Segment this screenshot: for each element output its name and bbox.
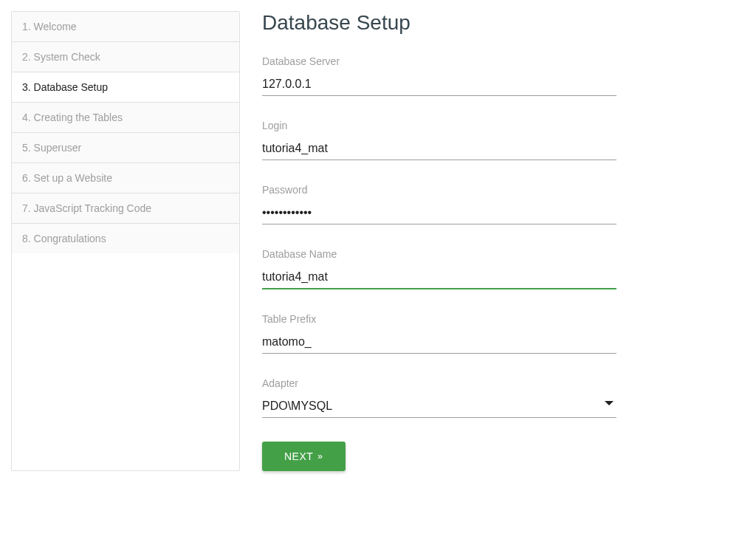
field-db-server: Database Server (262, 55, 616, 96)
label-login: Login (262, 120, 616, 131)
sidebar-item-database-setup[interactable]: 3. Database Setup (12, 72, 239, 103)
label-table-prefix: Table Prefix (262, 313, 616, 325)
sidebar-item-superuser[interactable]: 5. Superuser (12, 133, 239, 163)
next-button-label: NEXT (284, 450, 313, 462)
input-db-name[interactable] (262, 266, 616, 289)
label-adapter: Adapter (262, 377, 616, 389)
select-adapter[interactable]: PDO\MYSQL (262, 395, 616, 418)
sidebar-item-congratulations[interactable]: 8. Congratulations (12, 224, 239, 253)
label-password: Password (262, 184, 616, 196)
next-button[interactable]: NEXT » (262, 442, 346, 471)
chevron-down-icon (605, 401, 614, 405)
sidebar-item-setup-website[interactable]: 6. Set up a Website (12, 163, 239, 193)
main-content: Database Setup Database Server Login Pas… (262, 11, 616, 471)
field-table-prefix: Table Prefix (262, 313, 616, 354)
setup-steps-sidebar: 1. Welcome 2. System Check 3. Database S… (11, 11, 240, 471)
sidebar-item-label: 7. JavaScript Tracking Code (22, 202, 151, 214)
field-login: Login (262, 120, 616, 160)
arrow-right-icon: » (317, 451, 323, 462)
sidebar-item-label: 1. Welcome (22, 21, 77, 32)
input-password[interactable] (262, 202, 616, 224)
field-adapter: Adapter PDO\MYSQL (262, 377, 616, 418)
field-db-name: Database Name (262, 248, 616, 289)
input-table-prefix[interactable] (262, 331, 616, 354)
sidebar-item-label: 2. System Check (22, 51, 100, 63)
label-db-server: Database Server (262, 55, 616, 67)
label-db-name: Database Name (262, 248, 616, 260)
sidebar-item-label: 3. Database Setup (22, 81, 108, 93)
input-db-server[interactable] (262, 73, 616, 96)
select-adapter-value: PDO\MYSQL (262, 395, 616, 418)
sidebar-item-label: 6. Set up a Website (22, 172, 112, 184)
sidebar-item-welcome[interactable]: 1. Welcome (12, 12, 239, 42)
sidebar-item-system-check[interactable]: 2. System Check (12, 42, 239, 72)
sidebar-item-label: 5. Superuser (22, 142, 81, 154)
sidebar-item-creating-tables[interactable]: 4. Creating the Tables (12, 103, 239, 133)
input-login[interactable] (262, 137, 616, 160)
sidebar-item-label: 4. Creating the Tables (22, 112, 123, 123)
page-title: Database Setup (262, 11, 616, 35)
sidebar-item-label: 8. Congratulations (22, 233, 106, 244)
field-password: Password (262, 184, 616, 224)
sidebar-item-js-tracking[interactable]: 7. JavaScript Tracking Code (12, 193, 239, 224)
